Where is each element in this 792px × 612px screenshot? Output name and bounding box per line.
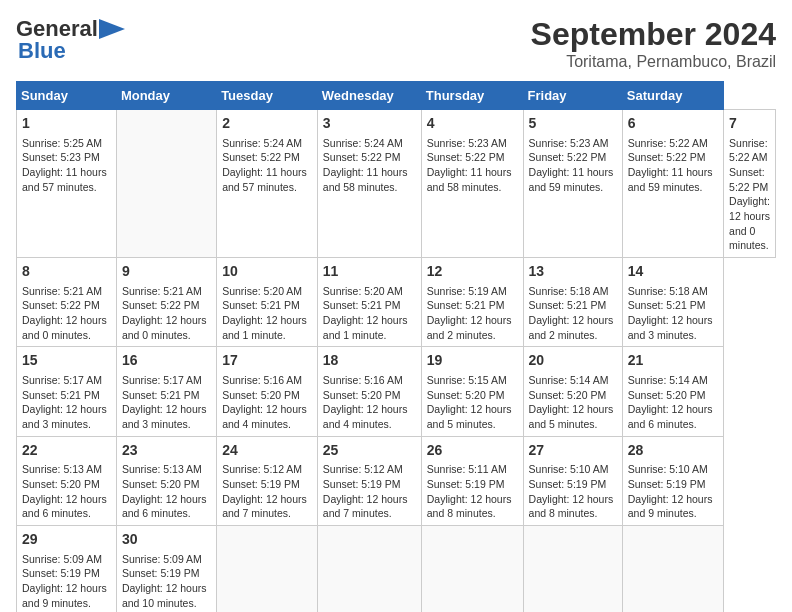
page-header: General Blue September 2024 Toritama, Pe…	[16, 16, 776, 71]
table-row	[421, 526, 523, 612]
calendar-week-4: 22Sunrise: 5:13 AMSunset: 5:20 PMDayligh…	[17, 436, 776, 525]
table-row: 2Sunrise: 5:24 AMSunset: 5:22 PMDaylight…	[217, 110, 318, 258]
table-row: 11Sunrise: 5:20 AMSunset: 5:21 PMDayligh…	[317, 258, 421, 347]
calendar-header-row: SundayMondayTuesdayWednesdayThursdayFrid…	[17, 82, 776, 110]
table-row: 7Sunrise: 5:22 AMSunset: 5:22 PMDaylight…	[724, 110, 776, 258]
table-row	[217, 526, 318, 612]
calendar-week-2: 8Sunrise: 5:21 AMSunset: 5:22 PMDaylight…	[17, 258, 776, 347]
table-row: 30Sunrise: 5:09 AMSunset: 5:19 PMDayligh…	[116, 526, 216, 612]
table-row: 16Sunrise: 5:17 AMSunset: 5:21 PMDayligh…	[116, 347, 216, 436]
table-row: 22Sunrise: 5:13 AMSunset: 5:20 PMDayligh…	[17, 436, 117, 525]
calendar-header-sunday: Sunday	[17, 82, 117, 110]
table-row: 8Sunrise: 5:21 AMSunset: 5:22 PMDaylight…	[17, 258, 117, 347]
table-row: 15Sunrise: 5:17 AMSunset: 5:21 PMDayligh…	[17, 347, 117, 436]
table-row: 5Sunrise: 5:23 AMSunset: 5:22 PMDaylight…	[523, 110, 622, 258]
calendar-header-thursday: Thursday	[421, 82, 523, 110]
calendar-header-tuesday: Tuesday	[217, 82, 318, 110]
table-row: 18Sunrise: 5:16 AMSunset: 5:20 PMDayligh…	[317, 347, 421, 436]
calendar-header-friday: Friday	[523, 82, 622, 110]
table-row: 9Sunrise: 5:21 AMSunset: 5:22 PMDaylight…	[116, 258, 216, 347]
table-row: 20Sunrise: 5:14 AMSunset: 5:20 PMDayligh…	[523, 347, 622, 436]
table-row: 28Sunrise: 5:10 AMSunset: 5:19 PMDayligh…	[622, 436, 723, 525]
table-row	[622, 526, 723, 612]
svg-marker-0	[99, 19, 125, 39]
table-row: 1Sunrise: 5:25 AMSunset: 5:23 PMDaylight…	[17, 110, 117, 258]
logo-blue: Blue	[18, 38, 66, 64]
table-row: 29Sunrise: 5:09 AMSunset: 5:19 PMDayligh…	[17, 526, 117, 612]
logo: General Blue	[16, 16, 125, 64]
table-row: 6Sunrise: 5:22 AMSunset: 5:22 PMDaylight…	[622, 110, 723, 258]
page-title: September 2024	[531, 16, 776, 53]
table-row: 23Sunrise: 5:13 AMSunset: 5:20 PMDayligh…	[116, 436, 216, 525]
table-row: 13Sunrise: 5:18 AMSunset: 5:21 PMDayligh…	[523, 258, 622, 347]
calendar-header-monday: Monday	[116, 82, 216, 110]
table-row	[116, 110, 216, 258]
table-row: 19Sunrise: 5:15 AMSunset: 5:20 PMDayligh…	[421, 347, 523, 436]
calendar-week-1: 1Sunrise: 5:25 AMSunset: 5:23 PMDaylight…	[17, 110, 776, 258]
calendar-header-wednesday: Wednesday	[317, 82, 421, 110]
table-row	[523, 526, 622, 612]
table-row: 14Sunrise: 5:18 AMSunset: 5:21 PMDayligh…	[622, 258, 723, 347]
calendar-header-saturday: Saturday	[622, 82, 723, 110]
table-row: 12Sunrise: 5:19 AMSunset: 5:21 PMDayligh…	[421, 258, 523, 347]
table-row: 17Sunrise: 5:16 AMSunset: 5:20 PMDayligh…	[217, 347, 318, 436]
table-row: 3Sunrise: 5:24 AMSunset: 5:22 PMDaylight…	[317, 110, 421, 258]
calendar-table: SundayMondayTuesdayWednesdayThursdayFrid…	[16, 81, 776, 612]
table-row: 4Sunrise: 5:23 AMSunset: 5:22 PMDaylight…	[421, 110, 523, 258]
calendar-week-5: 29Sunrise: 5:09 AMSunset: 5:19 PMDayligh…	[17, 526, 776, 612]
page-subtitle: Toritama, Pernambuco, Brazil	[531, 53, 776, 71]
table-row	[317, 526, 421, 612]
table-row: 25Sunrise: 5:12 AMSunset: 5:19 PMDayligh…	[317, 436, 421, 525]
table-row: 21Sunrise: 5:14 AMSunset: 5:20 PMDayligh…	[622, 347, 723, 436]
title-block: September 2024 Toritama, Pernambuco, Bra…	[531, 16, 776, 71]
table-row: 24Sunrise: 5:12 AMSunset: 5:19 PMDayligh…	[217, 436, 318, 525]
logo-arrow-icon	[99, 19, 125, 39]
table-row: 10Sunrise: 5:20 AMSunset: 5:21 PMDayligh…	[217, 258, 318, 347]
table-row: 26Sunrise: 5:11 AMSunset: 5:19 PMDayligh…	[421, 436, 523, 525]
calendar-week-3: 15Sunrise: 5:17 AMSunset: 5:21 PMDayligh…	[17, 347, 776, 436]
table-row: 27Sunrise: 5:10 AMSunset: 5:19 PMDayligh…	[523, 436, 622, 525]
